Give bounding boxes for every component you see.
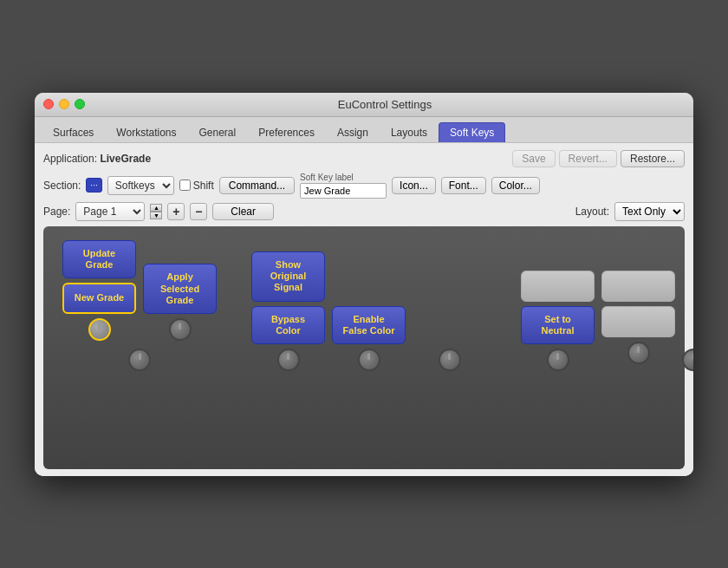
tab-general[interactable]: General [188, 122, 248, 142]
knob-9[interactable] [682, 349, 693, 371]
knob-4[interactable] [277, 349, 300, 371]
tabs-row: Surfaces Workstations General Preference… [35, 117, 693, 143]
soft-key-label-text: Soft Key label [300, 173, 354, 182]
section-row: Section: ··· Softkeys Shift Command... S… [43, 173, 685, 199]
zoom-button[interactable] [75, 99, 85, 109]
section-select[interactable]: Softkeys [107, 176, 174, 195]
stepper-down[interactable]: ▼ [150, 212, 162, 219]
save-button[interactable]: Save [512, 150, 555, 167]
bypass-color-btn[interactable]: Bypass Color [251, 306, 325, 344]
layout-select[interactable]: Text Only [614, 202, 685, 221]
toolbar-buttons: Save Revert... Restore... [512, 150, 685, 167]
shift-checkbox-label[interactable]: Shift [179, 180, 214, 192]
softkeys-icon: ··· [86, 178, 101, 193]
soft-key-label-input[interactable] [300, 183, 387, 199]
page-select[interactable]: Page 1 [75, 202, 145, 221]
knob-8[interactable] [627, 342, 650, 364]
tab-surfaces[interactable]: Surfaces [42, 122, 105, 142]
show-original-signal-btn[interactable]: Show Original Signal [251, 251, 325, 302]
revert-button[interactable]: Revert... [559, 150, 617, 167]
knob-2[interactable] [169, 318, 192, 341]
page-label: Page: [43, 206, 70, 218]
softkeys-area: Update Grade New Grade Apply Selected Gr… [43, 226, 685, 469]
set-to-neutral-btn[interactable]: Set to Neutral [521, 306, 595, 344]
update-grade-btn[interactable]: Update Grade [62, 240, 136, 278]
color-button[interactable]: Color... [491, 177, 540, 194]
softkey-group-1: Update Grade New Grade Apply Selected Gr… [62, 240, 217, 371]
softkey-group-3: Set to Neutral [521, 271, 693, 371]
softkey-group-2: Show Original Signal Bypass Color Enable… [251, 251, 486, 371]
shift-checkbox[interactable] [179, 180, 191, 191]
knob-6[interactable] [439, 349, 461, 371]
stepper-up[interactable]: ▲ [150, 204, 162, 212]
title-bar: EuControl Settings [35, 93, 693, 117]
restore-button[interactable]: Restore... [621, 150, 685, 167]
command-button[interactable]: Command... [219, 177, 295, 194]
traffic-lights [43, 99, 85, 109]
empty-upper-2[interactable] [601, 271, 675, 302]
close-button[interactable] [43, 99, 54, 109]
content-area: Application: LiveGrade Save Revert... Re… [35, 143, 693, 476]
apply-selected-grade-btn[interactable]: Apply Selected Grade [143, 264, 217, 314]
tab-preferences[interactable]: Preferences [247, 122, 326, 142]
app-row: Application: LiveGrade Save Revert... Re… [43, 150, 685, 167]
layout-label: Layout: [575, 206, 609, 218]
new-grade-btn[interactable]: New Grade [62, 283, 136, 314]
tab-assign[interactable]: Assign [326, 122, 380, 142]
knob-3[interactable] [128, 349, 151, 371]
page-remove-button[interactable]: − [190, 203, 207, 220]
icon-button[interactable]: Icon... [392, 177, 436, 194]
knob-7[interactable] [547, 349, 569, 371]
page-add-button[interactable]: + [167, 203, 185, 220]
clear-button[interactable]: Clear [212, 203, 274, 220]
page-stepper[interactable]: ▲ ▼ [150, 204, 162, 219]
knob-1[interactable] [88, 318, 111, 341]
minimize-button[interactable] [59, 99, 69, 109]
enable-false-color-btn[interactable]: Enable False Color [332, 306, 406, 344]
window-title: EuControl Settings [85, 98, 685, 111]
tab-workstations[interactable]: Workstations [105, 122, 187, 142]
knob-5[interactable] [358, 349, 380, 371]
app-label: Application: LiveGrade [43, 153, 151, 165]
soft-key-label-container: Soft Key label [300, 173, 387, 199]
empty-lower-2[interactable] [601, 306, 675, 337]
main-window: EuControl Settings Surfaces Workstations… [35, 93, 693, 476]
section-label: Section: [43, 180, 81, 192]
font-button[interactable]: Font... [441, 177, 486, 194]
empty-upper-1[interactable] [521, 271, 595, 302]
page-row: Page: Page 1 ▲ ▼ + − Clear Layout: Text … [43, 202, 685, 221]
tab-soft-keys[interactable]: Soft Keys [439, 122, 505, 142]
tab-layouts[interactable]: Layouts [380, 122, 439, 142]
app-name: LiveGrade [100, 153, 151, 165]
